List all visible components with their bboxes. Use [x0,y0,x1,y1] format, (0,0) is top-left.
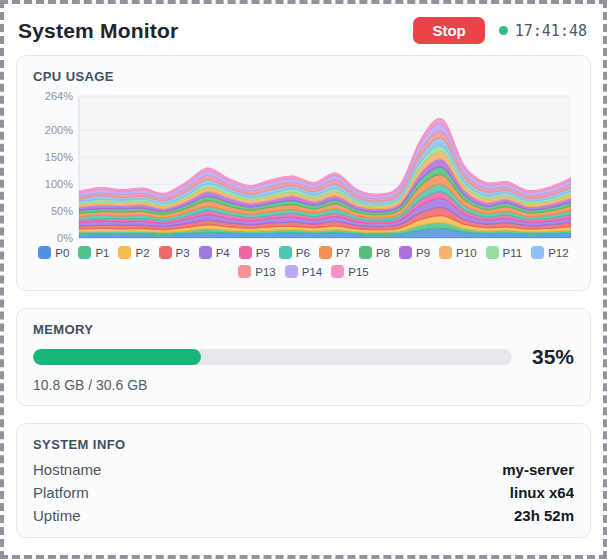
legend-swatch-icon [238,265,251,278]
legend-item-p13[interactable]: P13 [238,265,275,278]
cpu-usage-card: CPU USAGE 264%200%150%100%50%0% P0P1P2P3… [16,55,591,291]
legend-swatch-icon [199,246,212,259]
cpu-usage-chart: 264%200%150%100%50%0% P0P1P2P3P4P5P6P7P8… [33,90,574,278]
system-info-rows: Hostnamemy-serverPlatformlinux x64Uptime… [33,458,574,527]
legend-item-p10[interactable]: P10 [439,246,476,259]
legend-item-p14[interactable]: P14 [285,265,322,278]
info-row: Uptime23h 52m [33,504,574,527]
clock-time: 17:41:48 [515,22,587,40]
legend-swatch-icon [239,246,252,259]
legend-swatch-icon [118,246,131,259]
legend-label: P3 [176,247,190,259]
info-value: linux x64 [510,484,574,501]
legend-swatch-icon [439,246,452,259]
system-info-card: SYSTEM INFO Hostnamemy-serverPlatformlin… [16,423,591,538]
legend-label: P7 [336,247,350,259]
stop-button[interactable]: Stop [413,17,484,44]
legend-swatch-icon [359,246,372,259]
app-window: System Monitor Stop 17:41:48 CPU USAGE 2… [0,0,607,559]
legend-swatch-icon [399,246,412,259]
legend-swatch-icon [38,246,51,259]
y-axis-tick: 50% [51,205,73,217]
y-axis-tick: 100% [45,178,73,190]
legend-label: P13 [255,266,275,278]
page-title: System Monitor [18,19,413,43]
y-axis-tick: 150% [45,151,73,163]
clock: 17:41:48 [499,22,587,40]
legend-item-p0[interactable]: P0 [38,246,69,259]
legend-item-p11[interactable]: P11 [486,246,523,259]
memory-bar-row: 35% [33,345,574,369]
cpu-usage-title: CPU USAGE [33,69,574,84]
legend-item-p12[interactable]: P12 [531,246,568,259]
info-value: my-server [502,461,574,478]
legend-swatch-icon [279,246,292,259]
y-axis-tick: 0% [57,232,73,243]
legend-label: P15 [348,266,368,278]
legend-label: P4 [216,247,230,259]
legend-label: P14 [302,266,322,278]
legend-item-p1[interactable]: P1 [78,246,109,259]
info-row: Platformlinux x64 [33,481,574,504]
legend-item-p2[interactable]: P2 [118,246,149,259]
legend-label: P10 [456,247,476,259]
legend-label: P6 [296,247,310,259]
cpu-stacked-area-chart: 264%200%150%100%50%0% [33,90,576,242]
legend-item-p5[interactable]: P5 [239,246,270,259]
legend-swatch-icon [486,246,499,259]
info-label: Uptime [33,507,81,524]
header: System Monitor Stop 17:41:48 [4,4,603,55]
info-label: Platform [33,484,89,501]
info-value: 23h 52m [514,507,574,524]
legend-swatch-icon [285,265,298,278]
y-axis-tick: 200% [45,124,73,136]
memory-progress-fill [33,349,201,365]
legend-item-p6[interactable]: P6 [279,246,310,259]
legend-label: P5 [256,247,270,259]
info-label: Hostname [33,461,101,478]
memory-card: MEMORY 35% 10.8 GB / 30.6 GB [16,308,591,406]
legend-label: P11 [503,247,523,259]
legend-label: P0 [55,247,69,259]
legend-item-p4[interactable]: P4 [199,246,230,259]
legend-swatch-icon [78,246,91,259]
legend-item-p9[interactable]: P9 [399,246,430,259]
info-row: Hostnamemy-server [33,458,574,481]
legend-label: P12 [548,247,568,259]
legend-label: P9 [416,247,430,259]
legend-label: P8 [376,247,390,259]
legend-item-p3[interactable]: P3 [159,246,190,259]
cpu-chart-legend: P0P1P2P3P4P5P6P7P8P9P10P11P12P13P14P15 [33,246,574,278]
legend-item-p7[interactable]: P7 [319,246,350,259]
legend-item-p15[interactable]: P15 [331,265,368,278]
legend-item-p8[interactable]: P8 [359,246,390,259]
legend-swatch-icon [159,246,172,259]
y-axis-tick: 264% [45,90,73,102]
system-info-title: SYSTEM INFO [33,437,574,452]
legend-swatch-icon [319,246,332,259]
legend-swatch-icon [331,265,344,278]
memory-progress-track [33,349,512,365]
memory-percent: 35% [526,345,574,369]
legend-swatch-icon [531,246,544,259]
status-dot-icon [499,26,508,35]
memory-detail: 10.8 GB / 30.6 GB [33,377,574,393]
legend-label: P2 [135,247,149,259]
legend-label: P1 [95,247,109,259]
memory-title: MEMORY [33,322,574,337]
